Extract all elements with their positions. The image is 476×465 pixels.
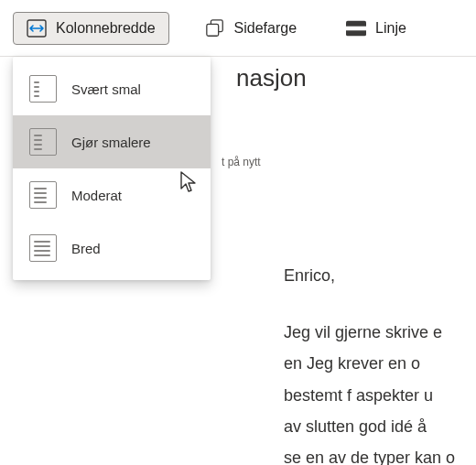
narrower-icon <box>29 128 57 156</box>
dropdown-item-very-narrow[interactable]: Svært smal <box>13 62 211 115</box>
dropdown-item-label: Gjør smalere <box>71 135 151 150</box>
dropdown-item-label: Svært smal <box>71 81 141 97</box>
body-text: Jeg vil gjerne skrive e en Jeg krever en… <box>284 317 476 465</box>
svg-rect-4 <box>346 26 366 30</box>
wide-icon <box>29 234 57 262</box>
toolbar: Kolonnebredde Sidefarge Linje <box>0 0 476 57</box>
svg-rect-2 <box>206 24 218 36</box>
moderate-icon <box>29 181 57 209</box>
line-focus-icon <box>346 18 366 38</box>
column-width-icon <box>27 18 47 38</box>
dropdown-item-wide[interactable]: Bred <box>13 222 211 275</box>
dropdown-item-label: Moderat <box>71 188 122 203</box>
dropdown-item-label: Bred <box>71 241 101 256</box>
line-button[interactable]: Linje <box>332 12 420 45</box>
page-color-icon <box>205 18 225 38</box>
dropdown-item-narrower[interactable]: Gjør smalere <box>13 115 211 168</box>
very-narrow-icon <box>29 75 57 103</box>
greeting-text: Enrico, <box>284 260 476 291</box>
page-color-button[interactable]: Sidefarge <box>191 12 311 45</box>
column-width-label: Kolonnebredde <box>56 20 156 37</box>
page-color-label: Sidefarge <box>234 20 298 37</box>
column-width-dropdown: Svært smal Gjør smalere Moderat Bred <box>13 57 211 280</box>
dropdown-item-moderate[interactable]: Moderat <box>13 168 211 222</box>
line-label: Linje <box>375 20 406 37</box>
column-width-button[interactable]: Kolonnebredde <box>13 12 169 45</box>
